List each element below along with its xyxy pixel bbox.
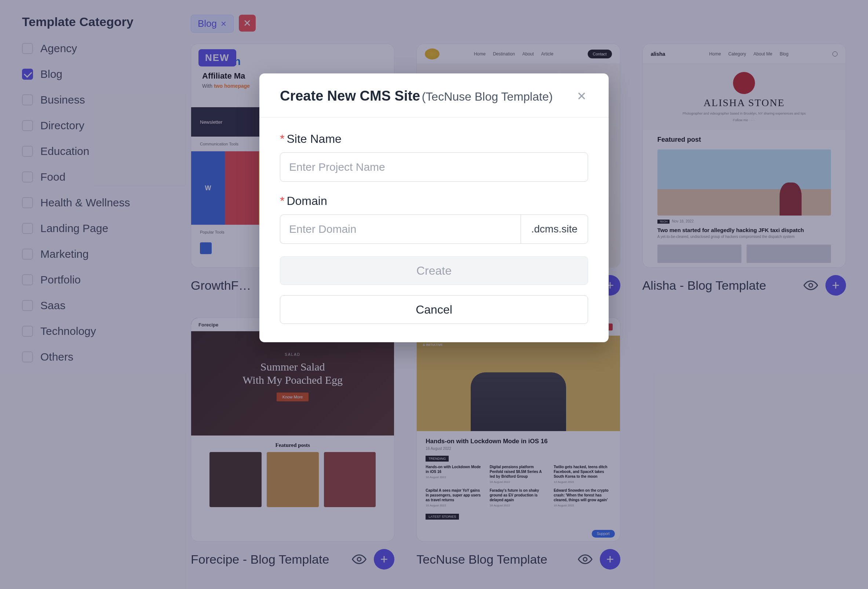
- create-site-modal: Create New CMS Site (TecNuse Blog Templa…: [259, 74, 609, 342]
- close-icon: ✕: [577, 89, 587, 103]
- domain-label: *Domain: [280, 194, 588, 208]
- domain-suffix: .dcms.site: [521, 215, 588, 244]
- modal-close-button[interactable]: ✕: [575, 90, 588, 103]
- modal-subtitle: (TecNuse Blog Template): [422, 90, 553, 103]
- cancel-button[interactable]: Cancel: [280, 295, 588, 324]
- site-name-label: *Site Name: [280, 132, 588, 146]
- domain-input[interactable]: [280, 215, 521, 244]
- create-button[interactable]: Create: [280, 256, 588, 285]
- modal-title: Create New CMS Site: [280, 88, 420, 104]
- site-name-input[interactable]: [280, 152, 588, 182]
